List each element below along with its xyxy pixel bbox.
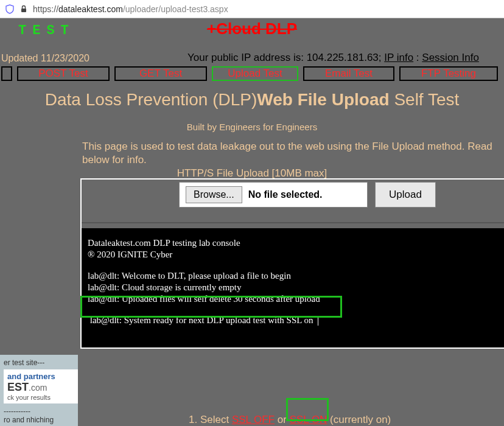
partner-cut: ro and nhiching <box>4 416 78 424</box>
cursor-icon <box>318 317 318 326</box>
step-1-post: (currently on) <box>327 414 391 425</box>
console: Dataleaktest.com DLP testing lab console… <box>82 228 504 347</box>
built-by: Built by Engineers for Engineers <box>0 122 504 132</box>
ip-value: 104.225.181.63; <box>307 52 385 63</box>
logo-text: TEST <box>18 23 75 38</box>
ip-info-line: Your public IP address is: 104.225.181.6… <box>187 52 479 64</box>
heading-part3: Self Test <box>390 90 460 109</box>
url-path: /uploader/upload-test3.aspx <box>123 4 228 14</box>
partner-box: er test site--- and partners EST.com ck … <box>0 355 78 426</box>
nav-ftp-testing[interactable]: FTP Testing <box>399 66 498 81</box>
file-input-wrap[interactable]: Browse... No file selected. <box>179 182 368 208</box>
step-1: 1. Select SSL OFF or SSL ON (currently o… <box>189 414 391 426</box>
updated-date: Updated 11/23/2020 <box>1 53 89 64</box>
step-1-mid: or <box>275 414 290 425</box>
file-status: No file selected. <box>248 189 323 200</box>
lock-icon <box>19 5 28 13</box>
nav-get-test[interactable]: GET Test <box>114 66 207 81</box>
nav-email-test[interactable]: Email Test <box>303 66 394 81</box>
partner-blue: and partners <box>7 372 74 381</box>
partner-card[interactable]: and partners EST.com ck your results <box>4 369 78 403</box>
console-prompt: lab@dlt: <box>88 282 119 292</box>
nav-edge-left <box>1 66 12 81</box>
console-ready-msg: System ready for next DLP upload test wi… <box>122 315 315 325</box>
step-1-pre: 1. Select <box>189 414 232 425</box>
console-ready-line: lab@dlt: System ready for next DLP uploa… <box>88 315 498 326</box>
page-body: TEST +Cloud DLP Updated 11/23/2020 Your … <box>0 18 504 426</box>
url-prefix: https:// <box>33 4 58 14</box>
ssl-on-link[interactable]: SSL ON <box>290 414 327 425</box>
console-line-1: lab@dlt: Welcome to DLT, please upload a… <box>88 271 498 281</box>
ip-info-link[interactable]: IP info <box>384 52 413 63</box>
divider <box>82 222 504 223</box>
nav-upload-test[interactable]: Upload Test <box>212 66 298 81</box>
ip-sep: : <box>413 52 422 63</box>
partner-sub: ck your results <box>7 394 74 401</box>
console-prompt: lab@dlt: <box>88 271 119 281</box>
console-prompt: lab@dlt: <box>88 294 119 304</box>
session-info-link[interactable]: Session Info <box>422 52 479 63</box>
ssl-off-link[interactable]: SSL OFF <box>232 414 275 425</box>
console-copyright: ® 2020 IGNITE Cyber <box>88 250 498 260</box>
console-title: Dataleaktest.com DLP testing lab console <box>88 238 498 248</box>
cloud-dlp-strike: +Cloud DLP <box>207 19 297 38</box>
nav-post-test[interactable]: POST Test <box>17 66 110 81</box>
svg-rect-0 <box>21 9 26 12</box>
upload-button[interactable]: Upload <box>375 182 436 208</box>
console-msg-2: Cloud storage is currently empty <box>119 282 241 292</box>
browser-url-bar[interactable]: https://dataleaktest.com/uploader/upload… <box>0 0 504 18</box>
ip-prefix: Your public IP address is: <box>187 52 307 63</box>
nav-row: POST Test GET Test Upload Test Email Tes… <box>0 66 504 82</box>
file-row: Browse... No file selected. Upload <box>179 182 436 208</box>
console-line-2: lab@dlt: Cloud storage is currently empt… <box>88 282 498 293</box>
console-msg-1: Welcome to DLT, please upload a file to … <box>119 271 291 281</box>
partner-title: er test site--- <box>4 358 78 367</box>
heading-part1: Data Loss Prevention (DLP) <box>45 90 257 109</box>
partner-dashes: ----------- <box>4 407 78 416</box>
url-domain: dataleaktest.com <box>58 4 123 14</box>
upload-box: Browse... No file selected. Upload Datal… <box>80 178 504 349</box>
console-line-3: lab@dlt: Uploaded files will self delete… <box>88 294 498 304</box>
browse-button[interactable]: Browse... <box>186 186 242 203</box>
partner-est: EST <box>7 381 29 393</box>
url-text[interactable]: https://dataleaktest.com/uploader/upload… <box>33 4 228 14</box>
heading-part2: Web File Upload <box>257 90 389 109</box>
console-msg-3: Uploaded files will self delete 30 secon… <box>119 294 320 304</box>
console-prompt: lab@dlt: <box>90 315 122 325</box>
upload-label: HTTP/S File Upload [10MB max] <box>0 167 504 180</box>
shield-icon <box>5 4 15 14</box>
intro-text: This page is used to test data leakage o… <box>82 140 504 167</box>
partner-com: .com <box>29 383 47 393</box>
page-title: Data Loss Prevention (DLP)Web File Uploa… <box>0 90 504 110</box>
